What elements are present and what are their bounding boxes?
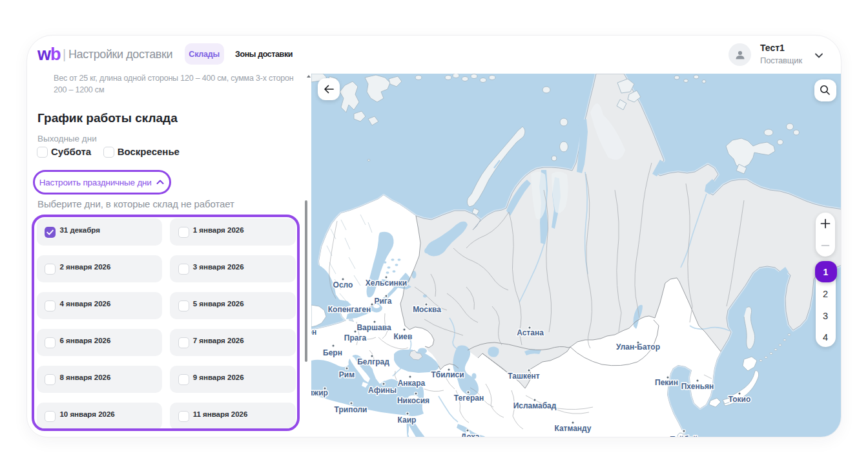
svg-text:Катманду: Катманду [554,424,591,433]
svg-text:Исламабад: Исламабад [513,401,557,410]
svg-text:Тегеран: Тегеран [454,394,484,403]
svg-text:дон: дон [311,328,316,337]
svg-text:Пекин: Пекин [655,378,678,387]
svg-text:Прага: Прага [344,333,367,342]
svg-text:Пхеньян: Пхеньян [681,382,714,391]
svg-text:Доха: Доха [460,432,479,437]
svg-text:Ташкент: Ташкент [508,372,540,381]
svg-text:Токио: Токио [728,395,751,404]
svg-text:Каир: Каир [398,415,417,425]
svg-text:Хельсинки: Хельсинки [366,279,407,288]
svg-text:Тбилиси: Тбилиси [431,370,464,379]
svg-text:Копенгаген: Копенгаген [328,305,371,314]
svg-text:Триполи: Триполи [335,405,367,414]
svg-text:Никосия: Никосия [397,396,429,405]
svg-text:Тайбэй: Тайбэй [670,435,698,437]
svg-text:Москва: Москва [413,305,441,314]
svg-text:Рига: Рига [374,297,391,306]
svg-text:Варшава: Варшава [356,323,391,332]
svg-text:Рим: Рим [339,370,355,379]
svg-text:Киев: Киев [394,332,413,341]
svg-text:Астана: Астана [517,328,544,337]
svg-text:Белград: Белград [357,357,389,366]
svg-text:Берн: Берн [323,348,342,357]
svg-text:Осло: Осло [333,280,353,289]
svg-text:Анкара: Анкара [398,379,426,388]
svg-text:Афины: Афины [368,386,397,395]
